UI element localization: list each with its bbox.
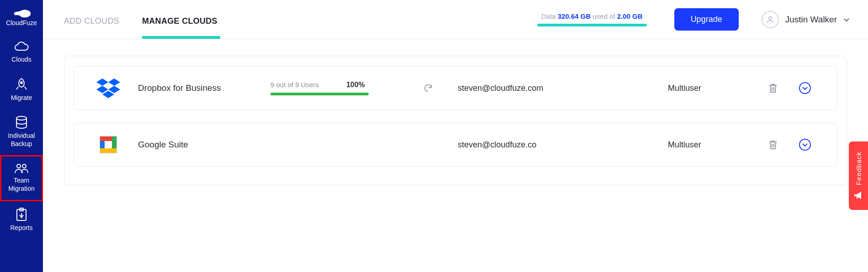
sidebar-item-label: Migrate (11, 94, 32, 102)
delete-button[interactable] (759, 140, 787, 150)
svg-point-4 (22, 164, 26, 168)
sidebar-item-individual-backup[interactable]: IndividualBackup (0, 109, 43, 155)
svg-point-2 (16, 116, 26, 120)
sidebar: CloudFuze Clouds Migrate IndividualBacku… (0, 0, 43, 272)
refresh-button[interactable] (398, 83, 458, 93)
cloud-icon (14, 41, 29, 53)
sidebar-item-label: Reports (10, 224, 32, 232)
sidebar-item-reports[interactable]: Reports (0, 201, 43, 240)
cloud-type: Multiuser (668, 84, 759, 93)
expand-button[interactable] (787, 82, 823, 94)
expand-button[interactable] (787, 139, 823, 151)
avatar-icon (762, 11, 779, 28)
usage-bar (537, 24, 647, 26)
megaphone-icon (853, 191, 863, 200)
svg-point-7 (768, 16, 772, 20)
cloud-email: steven@cloudfuze.com (458, 84, 668, 93)
cloud-name: Google Suite (138, 140, 270, 150)
sidebar-item-clouds[interactable]: Clouds (0, 35, 43, 71)
sidebar-item-migrate[interactable]: Migrate (0, 71, 43, 110)
usage-total: 2.00 GB (617, 12, 643, 20)
dropbox-icon (79, 78, 138, 99)
cloud-email: steven@cloudfuze.co (458, 140, 668, 150)
brand-name: CloudFuze (6, 19, 37, 26)
upgrade-button[interactable]: Upgrade (674, 8, 739, 31)
usage-used: 320.64 GB (558, 12, 591, 20)
cloud-row-googlesuite: Google Suite steven@cloudfuze.co Multius… (74, 123, 837, 167)
google-suite-icon (79, 135, 138, 155)
users-bar (270, 93, 369, 95)
sidebar-item-label: IndividualBackup (8, 132, 35, 148)
topbar: ADD CLOUDS MANAGE CLOUDS Data 320.64 GB … (43, 0, 868, 39)
tab-manage-clouds[interactable]: MANAGE CLOUDS (142, 16, 217, 39)
sidebar-item-label: Clouds (11, 56, 32, 64)
chevron-down-icon (843, 16, 850, 23)
users-progress: 9 out of 9 Users 100% (270, 81, 398, 95)
svg-point-3 (17, 164, 21, 168)
sidebar-item-label: TeamMigration (8, 177, 35, 193)
users-percent: 100% (346, 81, 365, 89)
cloud-row-dropbox: Dropbox for Business 9 out of 9 Users 10… (74, 66, 837, 110)
data-usage: Data 320.64 GB used of 2.00 GB (537, 12, 647, 26)
users-text: 9 out of 9 Users (270, 81, 319, 89)
sidebar-item-team-migration[interactable]: TeamMigration (0, 155, 43, 201)
svg-point-1 (21, 82, 22, 84)
tab-add-clouds[interactable]: ADD CLOUDS (64, 16, 119, 39)
svg-rect-12 (100, 148, 116, 153)
cloud-type: Multiuser (668, 140, 759, 150)
cloud-name: Dropbox for Business (138, 83, 270, 93)
usage-prefix: Data (541, 12, 558, 20)
user-name: Justin Walker (785, 15, 837, 25)
cloudfuze-logo-icon (11, 5, 32, 19)
rocket-icon (15, 78, 28, 91)
usage-middle: used of (591, 12, 617, 20)
team-icon (14, 163, 29, 174)
report-icon (16, 208, 27, 221)
feedback-tab[interactable]: Feedback (849, 141, 868, 210)
database-icon (15, 115, 28, 129)
brand-logo: CloudFuze (6, 5, 37, 26)
user-menu[interactable]: Justin Walker (762, 11, 850, 28)
clouds-panel: Dropbox for Business 9 out of 9 Users 10… (64, 56, 847, 185)
delete-button[interactable] (759, 83, 787, 93)
feedback-label: Feedback (855, 152, 863, 185)
